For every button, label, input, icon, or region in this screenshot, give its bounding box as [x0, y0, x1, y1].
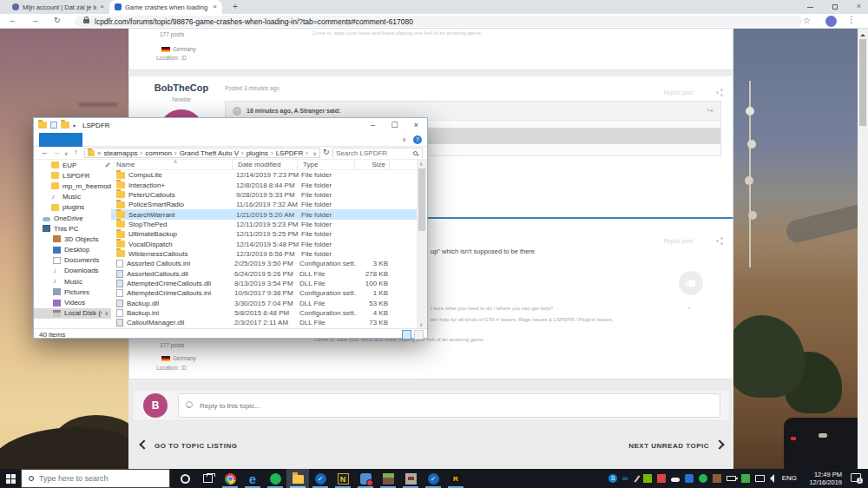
volume-tray-icon[interactable] — [770, 474, 774, 483]
table-row[interactable]: PoliceSmartRadio11/16/2019 7:32 AMFile f… — [111, 200, 418, 209]
column-header-size[interactable]: Size — [355, 160, 390, 170]
page-scrollbar[interactable] — [858, 29, 868, 469]
tab-close-icon[interactable]: × — [213, 3, 217, 10]
browser-tab-0[interactable]: Mijn account | Dat zal je leren!× — [7, 0, 109, 14]
forward-icon[interactable]: → — [53, 148, 61, 156]
refresh-icon[interactable]: ↻ — [323, 148, 330, 156]
breadcrumb-segment[interactable]: LSPDFR — [276, 149, 304, 157]
table-row[interactable]: UltimateBackup12/11/2019 5:25 PMFile fol… — [111, 229, 418, 239]
address-dropdown-icon[interactable]: ∨ — [313, 150, 317, 156]
like-button[interactable] — [679, 271, 703, 295]
sidebar-item-eup[interactable]: EUP — [34, 160, 111, 170]
report-post-link[interactable]: Report post — [663, 238, 693, 244]
minimize-button[interactable]: – — [362, 118, 384, 133]
browser-tab-1[interactable]: Game crashes when loading in -× — [109, 0, 222, 14]
explorer-search[interactable] — [332, 148, 423, 158]
address-bar[interactable]: lcpdfr.com/forums/topic/98876-game-crash… — [75, 16, 802, 27]
tab-close-icon[interactable]: × — [100, 3, 104, 10]
minimize-button[interactable] — [807, 7, 813, 8]
taskbar-app-cortana[interactable] — [174, 469, 196, 488]
battery-tray-icon[interactable] — [727, 476, 736, 481]
breadcrumb-bar[interactable]: «steamapps›common›Grand Theft Auto V›plu… — [84, 148, 320, 158]
taskbar-app-spotify[interactable] — [264, 469, 286, 488]
sidebar-item-music[interactable]: ♪Music — [34, 276, 111, 287]
forward-icon[interactable]: → — [31, 16, 39, 24]
table-row[interactable]: SearchWarrant1/21/2019 5:20 AMFile folde… — [111, 209, 418, 219]
search-input[interactable] — [333, 149, 422, 158]
language-indicator[interactable]: ENG — [782, 474, 797, 482]
sidebar-item-lspdfr[interactable]: LSPDFR — [34, 170, 111, 181]
back-icon[interactable]: ← — [41, 148, 49, 156]
recent-locations-icon[interactable]: ∨ — [64, 150, 68, 156]
table-row[interactable]: AttemptedCrimeCallouts.ini10/9/2017 9:38… — [111, 288, 418, 298]
explorer-titlebar[interactable]: ▾ LSPDFR – ☐ × — [34, 118, 427, 133]
taskbar-app-chrome[interactable] — [219, 469, 241, 488]
sidebar-item-desktop[interactable]: Desktop — [34, 245, 111, 255]
taskbar-app-discord[interactable] — [354, 469, 377, 488]
report-post-link[interactable]: Report post — [663, 89, 693, 96]
properties-icon[interactable] — [50, 122, 57, 129]
maximize-button[interactable] — [832, 4, 838, 10]
quote-reply-arrow-icon[interactable]: ↪ — [707, 106, 713, 115]
pen-tray-icon[interactable] — [635, 475, 641, 483]
table-row[interactable]: Backup.dll3/30/2015 7:04 PMDLL File53 KB — [111, 298, 418, 307]
column-header-name[interactable]: Name — [111, 160, 233, 170]
sidebar-item-local-disk-c-[interactable]: Local Disk (C:)∨ — [34, 308, 111, 319]
share-icon[interactable] — [716, 91, 719, 94]
action-center-icon[interactable]: 1 — [851, 473, 861, 482]
up-icon[interactable]: ↑ — [74, 148, 78, 156]
taskbar-app-n-app[interactable]: N — [332, 469, 354, 488]
table-row[interactable]: Interaction+12/8/2018 8:44 PMFile folder — [111, 180, 418, 189]
next-unread-topic-link[interactable]: NEXT UNREAD TOPIC — [628, 442, 709, 450]
green-app-tray-icon[interactable] — [741, 474, 750, 483]
taskbar-app-rockstar[interactable]: R — [444, 469, 467, 488]
maximize-button[interactable]: ☐ — [384, 118, 405, 133]
brown-app-tray-icon[interactable] — [713, 474, 721, 483]
table-row[interactable]: WildernessCallouts12/3/2019 6:56 PMFile … — [111, 249, 418, 259]
taskbar-search-input[interactable] — [39, 474, 152, 483]
table-row[interactable]: StopThePed12/11/2019 5:23 PMFile folder — [111, 220, 418, 229]
sidebar-item-pictures[interactable]: Pictures — [34, 287, 111, 297]
taskbar-search[interactable] — [21, 469, 170, 488]
taskbar-app-edge[interactable]: e — [241, 469, 264, 488]
start-button[interactable] — [0, 469, 21, 488]
taskbar-app-file-explorer[interactable] — [286, 469, 309, 488]
table-row[interactable]: CompuLite12/14/2019 7:23 PMFile folder — [111, 170, 418, 180]
back-icon[interactable]: ← — [9, 16, 16, 24]
table-row[interactable]: PeterUCallouts9/28/2019 5:33 PMFile fold… — [111, 190, 418, 200]
blue-app-tray-icon[interactable] — [685, 474, 694, 483]
sidebar-item-downloads[interactable]: ↓Downloads — [34, 266, 111, 276]
taskbar-app-openiv[interactable] — [399, 469, 422, 488]
table-row[interactable]: AssortedCallouts.dll6/24/2019 5:26 PMDLL… — [111, 268, 418, 278]
post-author[interactable]: BobTheCop — [129, 82, 233, 93]
large-icons-view-button[interactable] — [414, 330, 424, 340]
skype-tray-icon[interactable]: S — [608, 474, 617, 483]
menu-file[interactable] — [39, 133, 82, 147]
browser-profile-avatar[interactable] — [825, 16, 837, 27]
sidebar-item-videos[interactable]: Videos — [34, 297, 111, 307]
customize-qat-icon[interactable]: ▾ — [73, 122, 76, 129]
details-view-button[interactable] — [402, 330, 411, 340]
taskbar-app-task-view[interactable] — [196, 469, 219, 488]
column-header-date-modified[interactable]: Date modified — [233, 160, 298, 170]
expander-icon[interactable]: ∨ — [105, 310, 108, 316]
go-to-topic-listing-link[interactable]: GO TO TOPIC LISTING — [155, 442, 237, 450]
share-icon[interactable] — [716, 240, 719, 242]
spotify-tray-tray-icon[interactable] — [699, 474, 707, 483]
breadcrumb-segment[interactable]: Grand Theft Auto V — [180, 149, 239, 157]
nvidia-tray-icon[interactable] — [643, 474, 652, 483]
sidebar-item-this-pc[interactable]: This PC — [34, 223, 111, 234]
taskbar-clock[interactable]: 12:49 PM 12/16/2019 — [800, 471, 842, 486]
sidebar-item-onedrive[interactable]: OneDrive — [34, 213, 111, 223]
close-button[interactable]: × — [857, 2, 861, 11]
scroll-up-arrow-icon[interactable] — [860, 31, 865, 36]
reply-input[interactable] — [178, 393, 720, 418]
chevron-right-icon[interactable] — [714, 439, 724, 449]
sidebar-item-mp-m-freemod-[interactable]: mp_m_freemod... — [34, 181, 111, 191]
table-row[interactable]: AttemptedCrimeCallouts.dll8/13/2019 3:54… — [111, 279, 418, 288]
breadcrumb-segment[interactable]: common — [145, 149, 172, 157]
table-row[interactable]: Assorted Callouts.ini2/25/2019 3:50 PMCo… — [111, 259, 418, 268]
new-folder-icon[interactable] — [61, 122, 69, 129]
scroll-down-arrow-icon[interactable]: ∨ — [419, 321, 423, 327]
red-app-tray-icon[interactable] — [657, 474, 666, 483]
